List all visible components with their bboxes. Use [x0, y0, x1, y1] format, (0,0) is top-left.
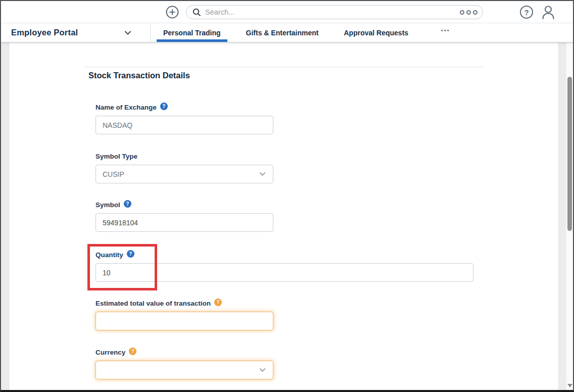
- search-bar[interactable]: [186, 5, 483, 19]
- scrollbar[interactable]: [566, 42, 573, 390]
- field-symbol: Symbol ?: [95, 201, 273, 232]
- left-gutter: [1, 42, 9, 390]
- field-symbol-type: Symbol Type CUSIP: [95, 153, 273, 183]
- name-of-exchange-input[interactable]: [95, 116, 273, 134]
- chevron-down-icon: [259, 366, 266, 374]
- field-label: Symbol ?: [95, 201, 273, 209]
- symbol-input[interactable]: [95, 213, 273, 232]
- right-gutter: [558, 42, 566, 390]
- field-label: Quantity ?: [95, 251, 473, 259]
- user-icon: [541, 5, 555, 20]
- tab-gifts-entertainment[interactable]: Gifts & Entertainment: [240, 23, 325, 42]
- tab-bar: Personal Trading Gifts & Entertainment A…: [157, 23, 450, 42]
- form-page: Stock Transaction Details Name of Exchan…: [10, 42, 558, 390]
- search-icon: [193, 8, 201, 17]
- field-name-of-exchange: Name of Exchange ?: [95, 104, 273, 134]
- help-icon[interactable]: ?: [160, 103, 168, 110]
- app-switcher[interactable]: Employee Portal: [11, 23, 78, 42]
- section-title: Stock Transaction Details: [88, 71, 190, 80]
- field-label: Currency ?: [95, 349, 273, 356]
- user-profile-button[interactable]: [541, 5, 555, 22]
- help-button[interactable]: ?: [520, 6, 533, 19]
- more-tabs-button[interactable]: •••: [441, 27, 450, 33]
- nav-bar: Employee Portal Personal Trading Gifts &…: [1, 23, 573, 42]
- symbol-type-select[interactable]: CUSIP: [95, 165, 273, 183]
- help-icon[interactable]: ?: [129, 348, 136, 355]
- search-input[interactable]: [205, 8, 456, 16]
- field-estimated-total-value: Estimated total value of transaction ?: [95, 300, 273, 330]
- name-of-exchange-label: Name of Exchange: [95, 104, 157, 111]
- tab-approval-requests[interactable]: Approval Requests: [338, 23, 415, 42]
- quantity-label: Quantity: [95, 251, 123, 259]
- chevron-down-icon: [259, 170, 266, 178]
- field-label: Name of Exchange ?: [95, 104, 273, 111]
- plus-circle-icon: [166, 6, 179, 19]
- field-label: Symbol Type: [95, 153, 273, 160]
- chevron-down-icon[interactable]: [124, 29, 132, 37]
- help-glyph: ?: [524, 8, 529, 17]
- currency-label: Currency: [95, 349, 125, 356]
- top-bar: ?: [1, 1, 573, 23]
- tab-personal-trading[interactable]: Personal Trading: [157, 23, 227, 42]
- scrollbar-down-arrow[interactable]: [567, 384, 572, 387]
- more-options-icon[interactable]: [460, 10, 477, 15]
- symbol-label: Symbol: [95, 201, 120, 209]
- field-quantity: Quantity ?: [95, 251, 473, 282]
- nav-divider: [150, 23, 151, 42]
- field-currency: Currency ?: [95, 349, 273, 379]
- field-label: Estimated total value of transaction ?: [95, 300, 273, 307]
- add-button[interactable]: [166, 6, 179, 19]
- app-window: ? Employee Portal Personal Trading Gifts…: [0, 0, 574, 392]
- scrollbar-thumb[interactable]: [567, 77, 572, 231]
- symbol-type-value: CUSIP: [103, 170, 124, 178]
- help-icon[interactable]: ?: [127, 250, 134, 258]
- section-divider: [84, 67, 485, 67]
- estimated-total-value-label: Estimated total value of transaction: [95, 300, 211, 307]
- help-icon[interactable]: ?: [214, 299, 222, 306]
- help-icon[interactable]: ?: [124, 200, 131, 208]
- estimated-total-value-input[interactable]: [95, 312, 273, 330]
- quantity-input[interactable]: [95, 263, 473, 282]
- app-title: Employee Portal: [11, 28, 78, 37]
- symbol-type-label: Symbol Type: [95, 153, 137, 160]
- currency-select[interactable]: [95, 361, 273, 379]
